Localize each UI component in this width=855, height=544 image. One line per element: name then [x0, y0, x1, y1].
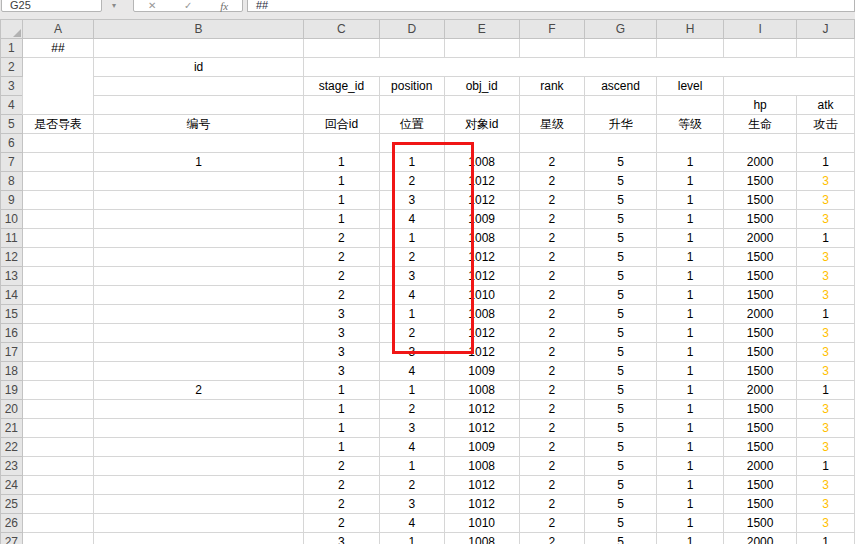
- cell[interactable]: 5: [585, 305, 657, 324]
- cell[interactable]: 1: [303, 400, 379, 419]
- cell[interactable]: [94, 343, 304, 362]
- cell[interactable]: 3: [797, 210, 855, 229]
- cell[interactable]: ##: [22, 39, 94, 58]
- cell[interactable]: 3: [797, 191, 855, 210]
- cell[interactable]: 1: [656, 229, 723, 248]
- cell[interactable]: 3: [797, 248, 855, 267]
- row-header-22[interactable]: 22: [1, 438, 23, 457]
- row-header-24[interactable]: 24: [1, 476, 23, 495]
- row-header-9[interactable]: 9: [1, 191, 23, 210]
- cell[interactable]: [303, 134, 379, 153]
- cell[interactable]: 1009: [444, 210, 519, 229]
- cell[interactable]: [22, 533, 94, 544]
- cell[interactable]: [797, 134, 855, 153]
- row-header-20[interactable]: 20: [1, 400, 23, 419]
- cell[interactable]: 5: [585, 210, 657, 229]
- cell[interactable]: 5: [585, 476, 657, 495]
- cell[interactable]: 1009: [444, 362, 519, 381]
- cell[interactable]: 星级: [519, 115, 584, 134]
- cell[interactable]: 2: [519, 343, 584, 362]
- cell[interactable]: 等级: [656, 115, 723, 134]
- cell[interactable]: 4: [379, 514, 444, 533]
- cell[interactable]: 1: [303, 191, 379, 210]
- cell[interactable]: 3: [303, 305, 379, 324]
- cell[interactable]: [94, 248, 304, 267]
- cell[interactable]: 1: [379, 305, 444, 324]
- cell[interactable]: [22, 248, 94, 267]
- row-header-19[interactable]: 19: [1, 381, 23, 400]
- cell[interactable]: 5: [585, 495, 657, 514]
- cell[interactable]: 1: [797, 229, 855, 248]
- cell[interactable]: 1: [656, 343, 723, 362]
- cell[interactable]: 1500: [724, 210, 797, 229]
- cell[interactable]: 2: [379, 400, 444, 419]
- cell[interactable]: position: [379, 77, 444, 96]
- cell[interactable]: 1: [656, 438, 723, 457]
- row-header-5[interactable]: 5: [1, 115, 23, 134]
- cell[interactable]: 是否导表: [22, 115, 94, 134]
- cell[interactable]: 2: [303, 248, 379, 267]
- cell[interactable]: 3: [797, 286, 855, 305]
- cell[interactable]: 2000: [724, 533, 797, 544]
- cell[interactable]: 3: [379, 343, 444, 362]
- cell[interactable]: [444, 134, 519, 153]
- column-header-e[interactable]: E: [444, 20, 519, 39]
- cell[interactable]: 2: [519, 495, 584, 514]
- cell[interactable]: 5: [585, 362, 657, 381]
- cell[interactable]: 生命: [724, 115, 797, 134]
- cell[interactable]: 5: [585, 324, 657, 343]
- cell[interactable]: 1012: [444, 476, 519, 495]
- cell[interactable]: 1: [656, 305, 723, 324]
- cell[interactable]: 2: [303, 495, 379, 514]
- row-header-18[interactable]: 18: [1, 362, 23, 381]
- row-header-12[interactable]: 12: [1, 248, 23, 267]
- cell[interactable]: [22, 381, 94, 400]
- cell[interactable]: 2: [519, 514, 584, 533]
- cell[interactable]: 5: [585, 343, 657, 362]
- cell[interactable]: 1500: [724, 419, 797, 438]
- cell[interactable]: [519, 96, 584, 115]
- cell[interactable]: 2: [519, 457, 584, 476]
- cell[interactable]: [22, 210, 94, 229]
- cell[interactable]: 4: [379, 286, 444, 305]
- cell[interactable]: 1: [656, 153, 723, 172]
- name-box-dropdown-icon[interactable]: ▾: [112, 1, 116, 10]
- row-header-21[interactable]: 21: [1, 419, 23, 438]
- cell[interactable]: [94, 324, 304, 343]
- cell[interactable]: 1012: [444, 191, 519, 210]
- cell[interactable]: [519, 39, 584, 58]
- cell[interactable]: [585, 96, 657, 115]
- cell[interactable]: [22, 362, 94, 381]
- cell[interactable]: 1: [656, 533, 723, 544]
- cell[interactable]: 2: [303, 229, 379, 248]
- fx-icon[interactable]: fx: [220, 0, 228, 12]
- cell[interactable]: 2: [519, 305, 584, 324]
- cell[interactable]: 1: [94, 153, 304, 172]
- cell[interactable]: 1500: [724, 191, 797, 210]
- cell[interactable]: 3: [797, 343, 855, 362]
- row-header-1[interactable]: 1: [1, 39, 23, 58]
- cell[interactable]: 1: [797, 305, 855, 324]
- column-header-f[interactable]: F: [519, 20, 584, 39]
- cell[interactable]: 2: [379, 248, 444, 267]
- cell[interactable]: 5: [585, 172, 657, 191]
- row-header-25[interactable]: 25: [1, 495, 23, 514]
- cell[interactable]: [94, 96, 304, 115]
- cell[interactable]: 3: [797, 419, 855, 438]
- cell[interactable]: 1: [379, 457, 444, 476]
- row-header-14[interactable]: 14: [1, 286, 23, 305]
- cell[interactable]: 攻击: [797, 115, 855, 134]
- cell[interactable]: id: [94, 58, 304, 77]
- cell[interactable]: 1500: [724, 514, 797, 533]
- cell[interactable]: 升华: [585, 115, 657, 134]
- cell[interactable]: 5: [585, 267, 657, 286]
- cell[interactable]: 2: [303, 457, 379, 476]
- cell[interactable]: 1008: [444, 457, 519, 476]
- cell[interactable]: [94, 39, 304, 58]
- cell[interactable]: 4: [379, 438, 444, 457]
- cell[interactable]: 1: [656, 267, 723, 286]
- row-header-15[interactable]: 15: [1, 305, 23, 324]
- cell[interactable]: [94, 495, 304, 514]
- cell[interactable]: [585, 134, 657, 153]
- cell[interactable]: 2: [519, 248, 584, 267]
